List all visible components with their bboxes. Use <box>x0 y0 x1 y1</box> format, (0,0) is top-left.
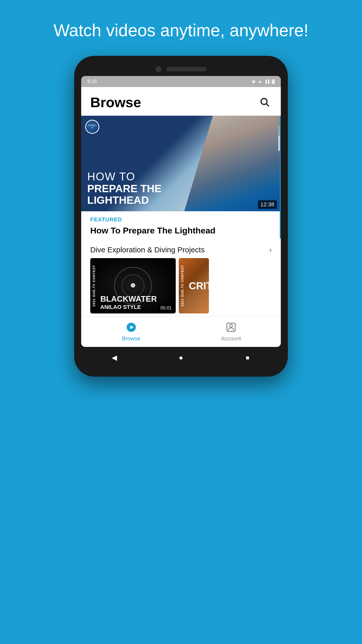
channel-logo: GLOBAL🤿 <box>85 120 99 134</box>
account-icon <box>224 321 238 334</box>
svg-point-5 <box>230 325 232 327</box>
contest-text-2: 2021 GUE.TV CONTEST <box>180 265 184 307</box>
video-card-crit[interactable]: 2021 GUE.TV CONTEST CRIT <box>179 258 209 313</box>
featured-row: GLOBAL🤿 HOW TO PREPARE THE LIGHTHEAD <box>81 116 281 238</box>
thumbnail-text-overlay: HOW TO PREPARE THE LIGHTHEAD <box>81 165 174 211</box>
featured-title: How To Prepare The Lighthead <box>90 225 271 236</box>
app-title: Browse <box>90 94 141 110</box>
video-row: 2021 GUE.TV CONTEST BLACKWATER ANILAO ST… <box>81 258 281 313</box>
card-crit-text-area: CRIT <box>186 280 209 291</box>
video-duration: 12:38 <box>258 200 277 209</box>
signal-icon: ▐▐ <box>264 79 269 84</box>
nav-account[interactable]: Account <box>211 321 251 342</box>
phone-screen: 9:16 ◉ ▲ ▐▐ ▓ Browse <box>81 76 281 347</box>
search-icon <box>259 97 270 108</box>
featured-info: FEATURED How To Prepare The Lighthead <box>81 211 280 238</box>
home-icon: ● <box>179 354 183 362</box>
chevron-right-icon: › <box>269 246 272 254</box>
speaker <box>166 67 206 71</box>
video-card-blackwater[interactable]: 2021 GUE.TV CONTEST BLACKWATER ANILAO ST… <box>90 258 176 313</box>
section-title: Dive Exploration & Diving Projects <box>90 246 205 254</box>
featured-card[interactable]: GLOBAL🤿 HOW TO PREPARE THE LIGHTHEAD <box>81 116 280 238</box>
status-icons: ◉ ▲ ▐▐ ▓ <box>252 79 275 84</box>
contest-label-area-2: 2021 GUE.TV CONTEST <box>179 258 186 313</box>
next-card-partial: F <box>280 116 281 238</box>
status-bar: 9:16 ◉ ▲ ▐▐ ▓ <box>81 76 281 87</box>
phone-bottom-bar: ◀ ● ■ <box>81 347 281 367</box>
recent-button[interactable]: ■ <box>241 351 254 364</box>
play-circle-icon <box>126 322 137 333</box>
svg-line-1 <box>266 104 269 106</box>
card-big-title: BLACKWATER <box>100 295 173 303</box>
back-button[interactable]: ◀ <box>108 351 121 364</box>
recent-icon: ■ <box>246 354 249 361</box>
account-label: Account <box>221 335 241 342</box>
logo-inner: GLOBAL🤿 <box>86 120 99 133</box>
dive-section-header[interactable]: Dive Exploration & Diving Projects › <box>81 238 281 258</box>
battery-icon: ▓ <box>272 79 275 84</box>
phone-top-area <box>81 63 281 76</box>
bottom-nav: Browse Account <box>81 316 281 347</box>
crit-title: CRIT <box>189 280 206 291</box>
contest-label-area: 2021 GUE.TV CONTEST <box>90 258 97 313</box>
phone-shell: 9:16 ◉ ▲ ▐▐ ▓ Browse <box>74 56 288 377</box>
back-icon: ◀ <box>112 353 117 362</box>
home-button[interactable]: ● <box>175 351 187 364</box>
search-button[interactable] <box>258 95 272 109</box>
wifi-icon: ▲ <box>258 79 262 84</box>
card-bg-coral: 2021 GUE.TV CONTEST CRIT <box>179 258 209 313</box>
svg-point-0 <box>261 98 267 104</box>
status-time: 9:16 <box>87 78 97 84</box>
featured-label: FEATURED <box>90 216 271 223</box>
browse-label: Browse <box>122 335 140 342</box>
card-duration: 05:01 <box>158 305 174 311</box>
thumbnail-title-overlay: PREPARE THE LIGHTHEAD <box>87 183 168 206</box>
location-icon: ◉ <box>252 79 255 84</box>
browse-icon <box>125 321 138 334</box>
thumbnail-how-to: HOW TO <box>87 170 168 183</box>
page-headline: Watch videos anytime, anywhere! <box>33 20 329 41</box>
contest-text: 2021 GUE.TV CONTEST <box>92 265 96 307</box>
app-content: GLOBAL🤿 HOW TO PREPARE THE LIGHTHEAD <box>81 116 281 347</box>
app-header: Browse <box>81 87 281 116</box>
camera <box>156 66 161 72</box>
person-icon <box>225 322 237 333</box>
thumbnail-image <box>184 116 280 211</box>
nav-browse[interactable]: Browse <box>111 321 151 342</box>
featured-thumbnail: GLOBAL🤿 HOW TO PREPARE THE LIGHTHEAD <box>81 116 280 211</box>
